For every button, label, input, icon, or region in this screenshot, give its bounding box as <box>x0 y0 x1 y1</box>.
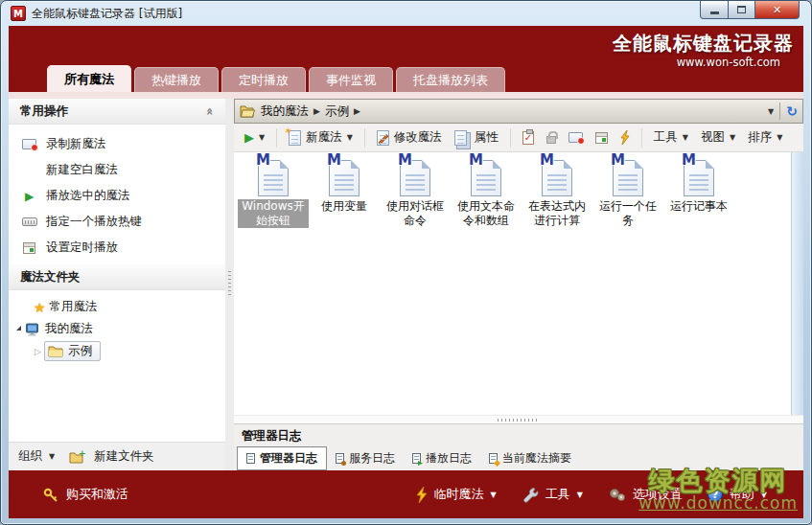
tab-event-monitor[interactable]: 事件监视 <box>309 67 393 93</box>
organize-button[interactable]: 组织 ▼ <box>18 448 55 465</box>
question-icon: ? <box>708 487 723 502</box>
expanded-arrow-icon[interactable] <box>16 326 21 331</box>
play-button[interactable]: ▶ ▼ <box>242 128 267 147</box>
tab-all-magic[interactable]: 所有魔法 <box>47 65 131 93</box>
magic-file-icon: M <box>258 160 289 196</box>
breadcrumb-bar: 我的魔法 ▶ 示例 ▶ ▼ ↻ <box>234 99 803 124</box>
tab-hotkey-play[interactable]: 热键播放 <box>134 67 219 93</box>
help-button[interactable]: ? 帮助 ▼ <box>708 486 767 503</box>
log-tab-service[interactable]: 服务日志 <box>327 446 404 470</box>
main-pane: 我的魔法 ▶ 示例 ▶ ▼ ↻ ▶ ▼ <box>234 99 803 470</box>
selected-tree-item[interactable]: 示例 <box>44 341 101 361</box>
buy-activate-button[interactable]: 购买和激活 <box>43 486 128 503</box>
toolbar: ▶ ▼ ✶ 新魔法 ▼ 修改魔法 <box>234 124 803 152</box>
tree-item-examples[interactable]: ▷ 示例 <box>9 340 225 362</box>
calendar-icon <box>23 242 35 254</box>
tree-item-my-magic[interactable]: 我的魔法 <box>9 318 225 340</box>
refresh-icon[interactable]: ↻ <box>786 103 798 119</box>
action-assign-hotkey[interactable]: 指定一个播放热键 <box>9 209 225 235</box>
action-label: 设置定时播放 <box>46 240 118 256</box>
app-icon[interactable]: M <box>11 6 26 21</box>
vertical-splitter[interactable] <box>225 99 234 470</box>
magic-file-icon: M <box>471 160 501 196</box>
chevron-right-icon[interactable]: ▶ <box>354 106 360 116</box>
action-set-timed-play[interactable]: 设置定时播放 <box>9 235 225 261</box>
document-icon <box>246 453 255 464</box>
brand-title: 全能鼠标键盘记录器 <box>613 31 794 57</box>
log-tab-label: 管理器日志 <box>260 450 317 467</box>
vertical-scrollbar[interactable] <box>791 152 803 415</box>
action-play-selected-magic[interactable]: ▶ 播放选中的魔法 <box>9 183 225 209</box>
calendar-icon <box>595 132 608 144</box>
log-tab-manager[interactable]: 管理器日志 <box>237 446 327 470</box>
tab-tray-playlist[interactable]: 托盘播放列表 <box>396 67 505 93</box>
new-magic-label: 新魔法 <box>306 129 342 146</box>
bottom-bar: 购买和激活 临时魔法 ▼ 工具 ▼ <box>9 470 803 518</box>
view-menu-button[interactable]: 视图 ▼ <box>698 127 738 148</box>
chevron-down-icon: ▼ <box>49 452 55 461</box>
record-button[interactable] <box>566 130 586 145</box>
splitter-handle-icon <box>498 419 540 422</box>
file-item[interactable]: M 使用文本命令和数组 <box>451 160 522 228</box>
brand-banner: 全能鼠标键盘记录器 www.won-soft.com <box>613 31 794 69</box>
chevron-down-icon: ▼ <box>683 133 688 142</box>
collapsed-arrow-icon[interactable]: ▷ <box>35 347 41 356</box>
title-bar[interactable]: M 全能鼠标键盘记录器 [试用版] ✕ <box>1 1 811 26</box>
new-folder-button[interactable]: 新建文件夹 <box>94 448 154 465</box>
sidebar-section-magic-folders[interactable]: 魔法文件夹 <box>9 264 225 290</box>
new-magic-button[interactable]: ✶ 新魔法 ▼ <box>286 127 356 148</box>
play-icon: ▶ <box>25 190 34 203</box>
action-record-new-magic[interactable]: 录制新魔法 <box>9 131 225 157</box>
tools-menu-button[interactable]: 工具 ▼ <box>651 127 691 148</box>
tools-button[interactable]: 工具 ▼ <box>522 486 583 503</box>
separator <box>364 128 365 148</box>
address-dropdown-icon[interactable]: ▼ <box>768 107 774 116</box>
minimize-button[interactable] <box>700 1 729 19</box>
lock-icon <box>546 136 556 144</box>
play-icon: ▶ <box>244 130 254 145</box>
organize-label: 组织 <box>18 448 42 465</box>
breadcrumb: 我的魔法 ▶ 示例 ▶ <box>261 103 360 120</box>
temp-magic-label: 临时魔法 <box>434 486 484 503</box>
maximize-button[interactable] <box>729 1 755 19</box>
file-item[interactable]: M Windows开始按钮 <box>238 160 309 228</box>
chevron-right-icon[interactable]: ▶ <box>313 106 320 116</box>
breadcrumb-examples[interactable]: 示例 <box>325 103 349 120</box>
file-item[interactable]: M 运行记事本 <box>663 160 734 214</box>
file-label: 在表达式内进行计算 <box>522 199 592 228</box>
quick-run-button[interactable] <box>617 128 633 147</box>
svg-text:+: + <box>79 450 85 458</box>
new-folder-icon: + <box>69 450 85 464</box>
magic-file-icon: M <box>613 160 643 196</box>
options-button[interactable]: 选项设置 <box>608 486 683 503</box>
tree-item-common-magic[interactable]: ★ 常用魔法 <box>9 296 225 318</box>
horizontal-splitter[interactable] <box>234 415 803 423</box>
close-button[interactable]: ✕ <box>755 1 800 19</box>
schedule-button[interactable] <box>592 130 611 146</box>
document-play-icon <box>412 453 421 464</box>
log-tab-label: 播放日志 <box>426 450 472 467</box>
document-pencil-icon <box>489 453 498 464</box>
file-item[interactable]: M 在表达式内进行计算 <box>522 160 592 228</box>
file-item[interactable]: M 使用变量 <box>309 160 380 214</box>
action-new-blank-magic[interactable]: 新建空白魔法 <box>9 157 225 183</box>
chevron-down-icon: ▼ <box>777 133 782 142</box>
sort-menu-button[interactable]: 排序 ▼ <box>745 127 785 148</box>
tab-timed-play[interactable]: 定时播放 <box>221 67 306 93</box>
task-check-button[interactable]: ✓ <box>520 129 537 147</box>
log-tab-playback[interactable]: 播放日志 <box>404 446 480 470</box>
modify-magic-button[interactable]: 修改魔法 <box>374 127 445 148</box>
record-screen-icon <box>568 132 583 143</box>
file-item[interactable]: M 使用对话框命令 <box>380 160 451 228</box>
file-item[interactable]: M 运行一个任务 <box>592 160 663 228</box>
log-tab-summary[interactable]: 当前魔法摘要 <box>480 446 580 470</box>
tools-label: 工具 <box>545 486 570 503</box>
chevron-down-icon: ▼ <box>761 491 767 499</box>
action-label: 录制新魔法 <box>46 136 106 152</box>
temp-magic-button[interactable]: 临时魔法 ▼ <box>416 486 497 503</box>
sidebar-section-common-operations[interactable]: 常用操作 « <box>9 99 225 125</box>
breadcrumb-my-magic[interactable]: 我的魔法 <box>261 103 309 120</box>
collapse-chevron-icon[interactable]: « <box>202 107 217 115</box>
properties-button[interactable]: 属性 <box>452 127 501 148</box>
lock-button[interactable] <box>544 129 559 146</box>
